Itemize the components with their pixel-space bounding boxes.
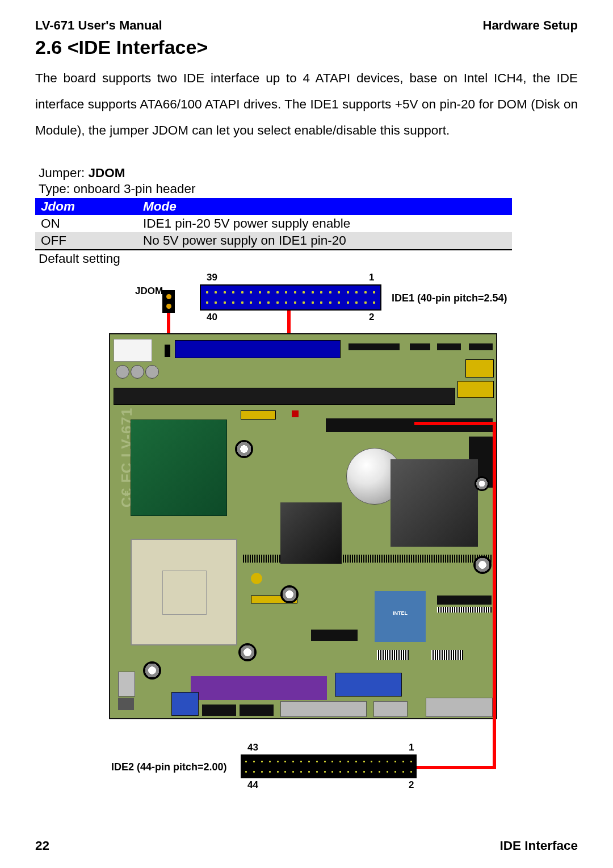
ide2-connector-callout — [241, 754, 417, 778]
pin-header — [469, 343, 493, 350]
pin-header — [311, 630, 358, 641]
section-body: The board supports two IDE interface up … — [35, 65, 578, 144]
mounting-hole-icon — [235, 440, 253, 458]
pin-header — [437, 343, 461, 350]
io-port — [426, 698, 493, 717]
io-port — [202, 705, 236, 716]
io-port — [240, 705, 274, 716]
jdom-cell: IDE1 pin-20 5V power supply enable — [137, 215, 512, 232]
manual-title: LV-671 User's Manual — [35, 18, 162, 33]
ide2-label: IDE2 (44-pin pitch=2.00) — [111, 761, 227, 773]
ide1-pin-2: 2 — [369, 312, 374, 323]
jumper-label-prefix: Jumper: — [39, 166, 89, 180]
intel-lan-chip: INTEL — [375, 591, 426, 642]
jdom-table: Jdom Mode ON IDE1 pin-20 5V power supply… — [35, 198, 512, 250]
footer-title: IDE Interface — [499, 838, 578, 853]
jdom-cell: No 5V power supply on IDE1 pin-20 — [137, 232, 512, 250]
ide1-pin-40: 40 — [207, 312, 217, 323]
board-diagram: 39 1 40 2 IDE1 (40-pin pitch=2.54) JDOM … — [35, 272, 580, 806]
jdom-onboard — [165, 345, 170, 357]
jdom-label: JDOM — [135, 286, 163, 297]
pin-header — [431, 650, 463, 660]
pcb-board: C€ FC LV-671 — [109, 333, 497, 719]
jdom-header-col1: Jdom — [35, 198, 137, 215]
mounting-hole-icon — [238, 643, 257, 661]
header-red — [292, 410, 299, 417]
ide1-connector-callout — [200, 284, 381, 311]
callout-line — [414, 422, 496, 425]
mounting-hole-icon — [475, 476, 489, 491]
jdom-cell: OFF — [35, 232, 137, 250]
ide2-pin-44: 44 — [247, 779, 258, 791]
ide1-pin-39: 39 — [207, 272, 217, 283]
chip-label: INTEL — [375, 610, 426, 616]
ide2-pin-1: 1 — [409, 742, 414, 753]
jdom-cell: ON — [35, 215, 137, 232]
jumper-name: JDOM — [89, 166, 125, 180]
pin-header — [349, 343, 400, 350]
intel-ich4-chip — [391, 459, 478, 547]
pin-header — [377, 650, 409, 660]
io-connector — [118, 698, 134, 710]
header-yellow — [465, 359, 494, 378]
pci-slot — [191, 676, 327, 700]
io-connector — [118, 672, 135, 697]
header-yellow — [251, 573, 262, 584]
jdom-table-header: Jdom Mode — [35, 198, 512, 215]
mounting-hole-icon — [143, 661, 161, 680]
ide1-label: IDE1 (40-pin pitch=2.54) — [392, 292, 507, 304]
ide1-pin-1: 1 — [369, 272, 374, 283]
chapter-title: Hardware Setup — [483, 18, 578, 33]
ide2-pin-43: 43 — [247, 742, 258, 753]
callout-line — [493, 422, 496, 769]
io-port — [335, 673, 402, 697]
cpu-chip — [131, 420, 227, 516]
pin-header — [437, 607, 492, 613]
jumper-name-line: Jumper: JDOM — [35, 165, 578, 181]
default-setting: Default setting — [35, 250, 578, 267]
io-port — [373, 701, 408, 717]
power-connector — [114, 339, 152, 362]
page-header: LV-671 User's Manual Hardware Setup — [35, 18, 578, 33]
dimm-slot — [114, 388, 455, 405]
page-number: 22 — [35, 838, 49, 853]
jdom-table-row: ON IDE1 pin-20 5V power supply enable — [35, 215, 512, 232]
section-title: 2.6 <IDE Interface> — [35, 36, 578, 58]
ide1-onboard — [175, 340, 341, 358]
jdom-jumper-callout — [162, 290, 175, 313]
jdom-header-col2: Mode — [137, 198, 512, 215]
header-yellow — [457, 381, 494, 398]
pin-header — [437, 596, 492, 605]
pin-header — [410, 343, 430, 350]
chipset-chip — [280, 502, 342, 564]
jumper-type-line: Type: onboard 3-pin header — [35, 181, 578, 197]
io-port — [171, 692, 199, 716]
ide2-onboard — [326, 418, 493, 432]
cpu-socket — [131, 539, 237, 645]
page-footer: 22 IDE Interface — [35, 838, 578, 853]
ide2-pin-2: 2 — [409, 779, 414, 791]
header-yellow — [241, 410, 276, 420]
io-port — [280, 701, 367, 717]
jdom-table-row: OFF No 5V power supply on IDE1 pin-20 — [35, 232, 512, 250]
mounting-hole-icon — [473, 556, 492, 574]
